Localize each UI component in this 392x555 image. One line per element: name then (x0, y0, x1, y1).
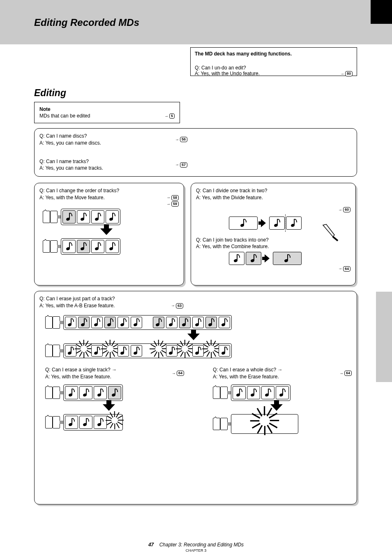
arrow-down-icon (270, 404, 283, 411)
arrow-icon: → (338, 207, 342, 213)
md-blank-icon (50, 240, 58, 253)
md-icon (43, 240, 50, 253)
sparkle-icon (104, 343, 116, 359)
page-badge: 64 (177, 371, 184, 376)
divide-box: Q: Can I divide one track in two? A: Yes… (191, 183, 356, 286)
undo-a: A: Yes, with the Undo feature. (195, 71, 260, 76)
page-title: Editing Recorded MDs (34, 17, 139, 28)
md-blank-icon (53, 416, 60, 428)
erase-box: Q: Can I erase just part of a track? A: … (34, 291, 357, 504)
page-badge: 80 (345, 71, 353, 76)
naming-box: Q: Can I name discs? A: Yes, you can nam… (34, 128, 357, 177)
arrow-icon: → (166, 201, 171, 207)
page-ref-58: → 58 (166, 194, 179, 201)
sparkle-icon (153, 343, 164, 359)
arrow-right-icon (265, 254, 270, 263)
right-sidebar-tab (376, 292, 392, 382)
page-badge: 59 (171, 201, 179, 207)
erase-diagram-result (45, 343, 232, 358)
arrow-icon: → (338, 266, 342, 272)
sparkle-icon (78, 343, 90, 359)
undo-q: Q: Can I un-do an edit? (195, 65, 260, 71)
page-badge: 5 (169, 113, 175, 119)
track-bar (63, 414, 123, 431)
arrow-icon: → (175, 137, 179, 143)
page-ref-64c: → 64 (339, 366, 352, 380)
arrow-down-icon (103, 404, 115, 411)
sparkle-icon (179, 343, 191, 359)
arrow-icon: → (166, 195, 171, 200)
page-badge: 56 (180, 137, 187, 142)
erase-all-a: A: Yes, with the Erase feature. (213, 373, 282, 380)
moving-diagram (43, 209, 179, 255)
chapter-label: Chapter 3: Recording and Editing MDs (159, 542, 244, 548)
page-number: 47 (148, 542, 154, 548)
erase-q: Q: Can I erase just part of a track? (39, 295, 352, 302)
md-blank-icon (50, 211, 58, 223)
erase-a: A: Yes, with the A-B Erase feature. (39, 302, 171, 309)
erase-single-diagram-bottom (45, 414, 123, 431)
divide-q1: Q: Can I divide one track in two? (196, 187, 350, 194)
divide-a1: A: Yes, with the Divide feature. (196, 194, 350, 201)
md-icon (43, 211, 50, 223)
page-badge: 64 (343, 266, 350, 272)
arrow-icon: → (339, 371, 344, 376)
erase-single-col: Q: Can I erase a single track? → A: Yes,… (45, 366, 184, 434)
md-icon (213, 387, 220, 399)
page-ref-63: → 63 (171, 302, 183, 309)
page-ref-64b: → 64 (172, 366, 184, 380)
note-line: MDs that can be edited (39, 113, 90, 120)
md-blank-icon (53, 387, 60, 399)
erase-single-q: Q: Can I erase a single track? → (45, 366, 117, 373)
page-badge: 63 (176, 303, 183, 309)
naming-a2: A: Yes, you can name tracks. (39, 165, 175, 172)
track-bar (231, 385, 291, 401)
page-badge: 57 (180, 162, 187, 168)
track-bar (63, 385, 123, 401)
undo-heading: The MD deck has many editing functions. (195, 51, 353, 57)
undo-box: The MD deck has many editing functions. … (190, 47, 357, 76)
track-bar (63, 343, 232, 358)
page-ref-56: → 56 (175, 133, 187, 147)
combine-diagram (229, 252, 350, 265)
md-blank-icon (220, 387, 228, 399)
md-blank-icon (53, 316, 60, 329)
md-blank-icon (220, 418, 228, 430)
naming-q1: Q: Can I name discs? (39, 133, 175, 140)
page-ref-59: → 59 (166, 201, 179, 207)
arrow-down-icon (100, 228, 113, 235)
md-icon (45, 316, 53, 329)
divide-line-icon (285, 214, 286, 232)
note-heading: Note (39, 106, 175, 113)
md-icon (45, 387, 53, 399)
track-bar (61, 209, 120, 225)
arrow-down-icon (187, 334, 200, 340)
erase-all-diagram-top (213, 385, 291, 401)
naming-a1: A: Yes, you can name discs. (39, 140, 175, 147)
section-label-editing: Editing (34, 88, 66, 99)
track-bar (61, 238, 120, 255)
arrow-icon: → (172, 371, 176, 376)
erase-all-col: Q: Can I erase a whole disc? → A: Yes, w… (213, 366, 352, 434)
page-badge: 64 (344, 371, 352, 376)
arrow-icon: → (171, 303, 175, 309)
arrow-right-icon (261, 219, 266, 227)
arrow-icon: → (175, 162, 179, 168)
page-ref-60: → 60 (338, 207, 350, 213)
erase-single-diagram-top (45, 385, 123, 401)
erase-single-a: A: Yes, with the Erase feature. (45, 373, 117, 380)
divide-a2: A: Yes, with the Combine feature. (196, 243, 350, 250)
sparkle-icon (108, 414, 121, 431)
track-bar (231, 414, 298, 434)
moving-q: Q: Can I change the order of tracks? (39, 187, 179, 194)
track-bar (63, 315, 232, 330)
md-blank-icon (53, 345, 60, 357)
arrow-icon: → (340, 71, 344, 76)
knife-icon (321, 223, 339, 242)
note-box: Note MDs that can be edited → 5 (34, 102, 180, 123)
page-ref-5: → 5 (164, 113, 175, 120)
divide-diagram (229, 214, 350, 232)
page-footer: 47 Chapter 3: Recording and Editing MDs (0, 542, 392, 548)
page-ref-57: → 57 (175, 158, 187, 172)
sparkle-icon (205, 343, 217, 359)
